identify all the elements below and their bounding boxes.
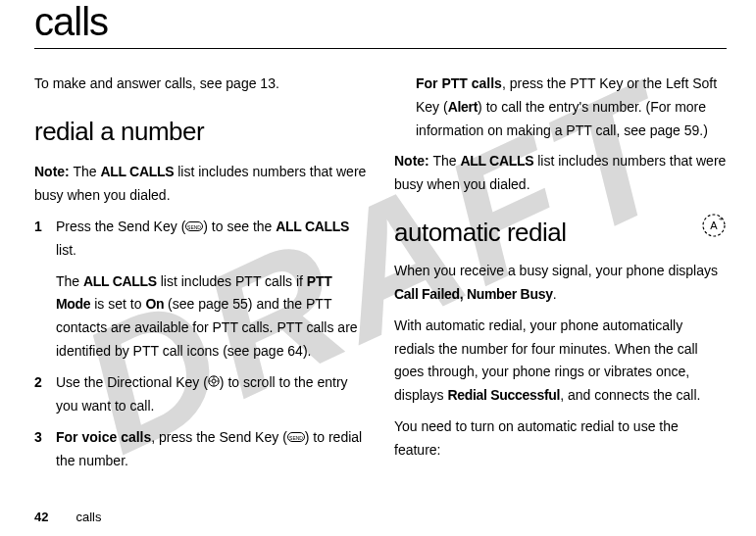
svg-text:+: +	[719, 215, 724, 223]
auto2-b: , and connects the call.	[560, 387, 700, 403]
footer-section: calls	[76, 510, 101, 524]
step2-a: Use the Directional Key (	[56, 374, 208, 390]
automatic-redial-heading-row: automatic redial A+	[394, 197, 727, 260]
note-1: Note: The ALL CALLS list includes number…	[34, 161, 367, 208]
ptt-bold: For PTT calls	[416, 75, 502, 91]
alert-label: Alert	[448, 99, 478, 115]
step1sub-a: The	[56, 273, 83, 289]
step-3: 3 For voice calls, press the Send Key (S…	[34, 426, 367, 473]
step-1: 1 Press the Send Key (SEND) to see the A…	[34, 216, 367, 263]
page-number: 42	[34, 510, 48, 524]
note-2: Note: The ALL CALLS list includes number…	[394, 150, 727, 197]
step-1-body: Press the Send Key (SEND) to see the ALL…	[56, 216, 367, 263]
auto-paragraph-2: With automatic redial, your phone automa…	[394, 315, 727, 408]
step1-b: ) to see the	[203, 219, 276, 234]
note-pre: The	[70, 164, 101, 179]
column-left: To make and answer calls, see page 13. r…	[34, 65, 367, 473]
note2-pre: The	[429, 153, 461, 169]
step3-bold: For voice calls	[56, 429, 151, 445]
column-right: For PTT calls, press the PTT Key or the …	[394, 65, 727, 473]
page-footer: 42calls	[34, 510, 101, 524]
note-label: Note:	[34, 164, 70, 179]
step-2-body: Use the Directional Key () to scroll to …	[56, 371, 367, 418]
svg-point-3	[212, 379, 216, 383]
directional-key-icon	[208, 371, 220, 395]
redial-successful-label: Redial Successful	[447, 387, 560, 403]
step-2: 2 Use the Directional Key () to scroll t…	[34, 371, 367, 418]
svg-text:SEND: SEND	[187, 223, 201, 229]
svg-text:SEND: SEND	[289, 435, 303, 441]
allcalls-label-3: ALL CALLS	[83, 273, 157, 289]
callfailed-label: Call Failed, Number Busy	[394, 286, 553, 302]
step-1-number: 1	[34, 216, 56, 263]
send-key-icon-2: SEND	[287, 426, 305, 450]
network-icon: A+	[701, 213, 727, 238]
step1-a: Press the Send Key (	[56, 219, 185, 234]
on-label: On	[145, 296, 164, 312]
allcalls-label-4: ALL CALLS	[460, 153, 533, 169]
step3-a: , press the Send Key (	[151, 429, 287, 445]
ptt-paragraph: For PTT calls, press the PTT Key or the …	[416, 73, 727, 142]
step-1-sub: The ALL CALLS list includes PTT calls if…	[56, 270, 367, 364]
intro-text: To make and answer calls, see page 13.	[34, 73, 367, 96]
redial-heading: redial a number	[34, 110, 367, 153]
step-3-body: For voice calls, press the Send Key (SEN…	[56, 426, 367, 473]
auto-paragraph-1: When you receive a busy signal, your pho…	[394, 260, 727, 307]
step-3-number: 3	[34, 426, 56, 473]
page-title: calls	[34, 0, 727, 49]
send-key-icon: SEND	[185, 216, 203, 239]
page-content: calls To make and answer calls, see page…	[0, 0, 756, 473]
allcalls-label-2: ALL CALLS	[276, 219, 349, 234]
step-2-number: 2	[34, 371, 56, 418]
allcalls-label: ALL CALLS	[100, 164, 174, 179]
auto-b: .	[553, 286, 557, 302]
note-label-2: Note:	[394, 153, 429, 169]
auto-paragraph-3: You need to turn on automatic redial to …	[394, 415, 727, 463]
step1-c: list.	[56, 242, 76, 258]
automatic-redial-heading: automatic redial	[394, 211, 567, 254]
step1sub-b: list includes PTT calls if	[157, 273, 307, 289]
step1sub-c: is set to	[90, 296, 145, 312]
svg-text:A: A	[710, 219, 718, 231]
columns: To make and answer calls, see page 13. r…	[34, 65, 727, 473]
auto-a: When you receive a busy signal, your pho…	[394, 263, 718, 278]
